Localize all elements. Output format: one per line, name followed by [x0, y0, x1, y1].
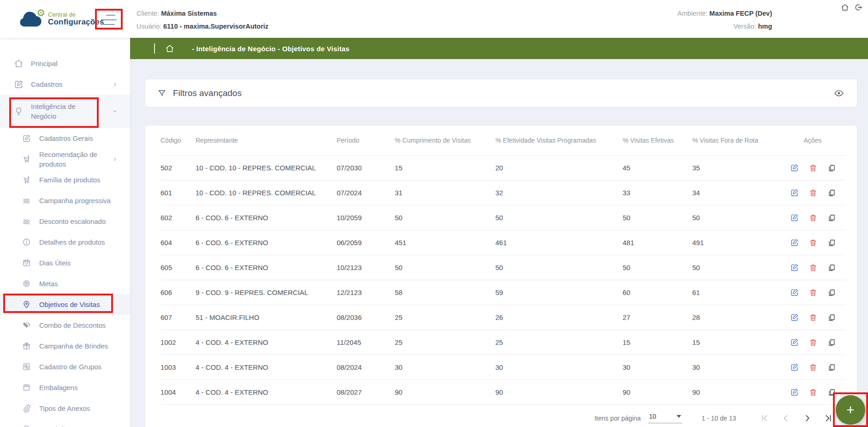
add-record-button[interactable]: +	[836, 395, 865, 425]
copy-row-button[interactable]	[827, 363, 836, 372]
trash-icon	[809, 388, 817, 397]
sidebar-item-dias-uteis[interactable]: Dias Úteis	[0, 253, 130, 273]
copy-row-button[interactable]	[827, 388, 836, 397]
edit-row-button[interactable]	[790, 338, 799, 347]
last-page-button[interactable]	[824, 414, 833, 423]
sidebar-item-campanha-progressiva[interactable]: Campanha progressiva	[0, 190, 130, 211]
copy-row-button[interactable]	[827, 188, 836, 197]
edit-row-button[interactable]	[790, 188, 799, 197]
sidebar-item-inteligencia-de-negocio[interactable]: Inteligência de Negócio	[0, 95, 130, 128]
delete-row-button[interactable]	[809, 238, 817, 247]
trash-icon	[809, 164, 817, 172]
trash-icon	[809, 214, 817, 222]
sidebar-item-embalagens[interactable]: Embalagens	[0, 377, 130, 398]
gift-icon	[22, 342, 31, 350]
edit-row-button[interactable]	[790, 388, 799, 397]
cart-plus-icon	[22, 175, 31, 184]
copy-row-button[interactable]	[827, 213, 836, 222]
copy-row-button[interactable]	[827, 163, 836, 172]
copy-icon	[827, 388, 836, 397]
edit-icon	[790, 388, 799, 397]
delete-row-button[interactable]	[809, 163, 817, 172]
sidebar-item-recomendacao-de-produtos[interactable]: Recomendação de produtos	[0, 149, 130, 169]
breadcrumb: - Inteligência de Negócio - Objetivos de…	[192, 45, 350, 53]
copy-row-button[interactable]	[827, 263, 836, 272]
delete-row-button[interactable]	[809, 313, 817, 322]
next-page-button[interactable]	[803, 414, 812, 423]
environment-info: Ambiente: Maxima FECP (Dev) Versão: hmg	[678, 7, 772, 33]
sidebar-item-combo-de-descontos[interactable]: Combo de Descontos	[0, 315, 130, 336]
edit-row-button[interactable]	[790, 288, 799, 297]
sidebar-item-metas[interactable]: Metas	[0, 273, 130, 294]
tags-icon	[22, 321, 31, 330]
chevron-right-icon	[112, 81, 118, 88]
sidebar-item-cadastros-gerais[interactable]: Cadastros Gerais	[0, 128, 130, 149]
delete-row-button[interactable]	[809, 188, 817, 197]
delete-row-button[interactable]	[809, 288, 817, 297]
edit-row-button[interactable]	[790, 213, 799, 222]
user-value: 6110 - maxima.SupervisorAutoriz	[163, 23, 268, 30]
items-per-page-value: 10	[649, 413, 656, 420]
copy-icon	[827, 363, 836, 372]
copy-row-button[interactable]	[827, 288, 836, 297]
column-header-efetividade: % Efetividade Visitas Programadas	[495, 137, 623, 144]
delete-row-button[interactable]	[809, 363, 817, 372]
table-row: 10044 - COD. 4 - EXTERNO08/202790909090	[161, 379, 846, 404]
edit-row-button[interactable]	[790, 238, 799, 247]
items-per-page-select[interactable]: 10	[648, 413, 682, 423]
eye-icon	[834, 88, 844, 98]
edit-row-button[interactable]	[790, 163, 799, 172]
delete-row-button[interactable]	[809, 338, 817, 347]
breadcrumb-home-icon[interactable]	[165, 44, 174, 53]
copy-row-button[interactable]	[827, 338, 836, 347]
copy-row-button[interactable]	[827, 313, 836, 322]
edit-row-button[interactable]	[790, 363, 799, 372]
copy-row-button[interactable]	[827, 238, 836, 247]
logo-title: Configurações	[48, 18, 104, 26]
edit-icon	[790, 363, 799, 372]
app-logo: ⚙ Central de Configurações	[18, 10, 104, 28]
session-info: Cliente: Máxima Sistemas Usuário: 6110 -…	[137, 7, 268, 33]
home-button[interactable]	[840, 2, 850, 12]
previous-page-button[interactable]	[781, 414, 791, 423]
sidebar-item-familia-de-produtos[interactable]: Família de produtos	[0, 169, 130, 190]
delete-row-button[interactable]	[809, 263, 817, 272]
column-header-efetivas: % Visitas Efetivas	[623, 137, 692, 144]
sidebar-item-detalhes-de-produtos[interactable]: Detalhes de produtos	[0, 232, 130, 253]
edit-row-button[interactable]	[790, 313, 799, 322]
delete-row-button[interactable]	[809, 213, 817, 222]
version-label: Versão:	[733, 23, 756, 30]
copy-icon	[827, 264, 836, 272]
column-header-periodo: Período	[337, 137, 395, 144]
menu-toggle-button[interactable]	[100, 14, 118, 26]
sidebar-item-campanha-de-brindes[interactable]: Campanha de Brindes	[0, 336, 130, 356]
location-pin-icon	[22, 300, 31, 309]
column-header-representante: Representante	[196, 137, 337, 144]
logout-button[interactable]	[853, 2, 863, 12]
hamburger-icon	[106, 15, 115, 16]
client-value: Máxima Sistemas	[161, 10, 217, 17]
gear-icon: ⚙	[36, 7, 45, 18]
top-header: ⚙ Central de Configurações Cliente: Máxi…	[0, 0, 868, 38]
package-icon	[22, 383, 31, 392]
trash-icon	[809, 338, 817, 347]
table-row: 10034 - COD. 4 - EXTERNO08/202430303030	[161, 355, 846, 379]
sidebar-item-cadastro-de-grupos[interactable]: Cadastro de Grupos	[0, 356, 130, 377]
first-page-button[interactable]	[760, 414, 769, 423]
trash-icon	[809, 239, 817, 247]
toggle-filters-visibility-button[interactable]	[833, 87, 845, 99]
edit-row-button[interactable]	[790, 263, 799, 272]
sidebar-item-objetivos-de-visitas[interactable]: Objetivos de Visitas	[0, 294, 130, 315]
delete-row-button[interactable]	[809, 388, 817, 397]
edit-icon	[790, 263, 799, 272]
table-pagination: Itens por página 10 1 - 10 de 13	[161, 404, 846, 427]
calendar-check-icon	[22, 259, 31, 267]
sidebar-item-restricoes[interactable]: Restrições	[0, 419, 130, 427]
sidebar-item-principal[interactable]: Principal	[0, 53, 130, 74]
sidebar-item-tipos-de-anexos[interactable]: Tipos de Anexos	[0, 398, 130, 419]
edit-icon	[790, 163, 799, 172]
sidebar-item-desconto-escalonado[interactable]: Desconto escalonado	[0, 211, 130, 232]
edit-icon	[790, 213, 799, 222]
sidebar-item-cadastros[interactable]: Cadastros	[0, 74, 130, 95]
edit-icon	[790, 238, 799, 247]
